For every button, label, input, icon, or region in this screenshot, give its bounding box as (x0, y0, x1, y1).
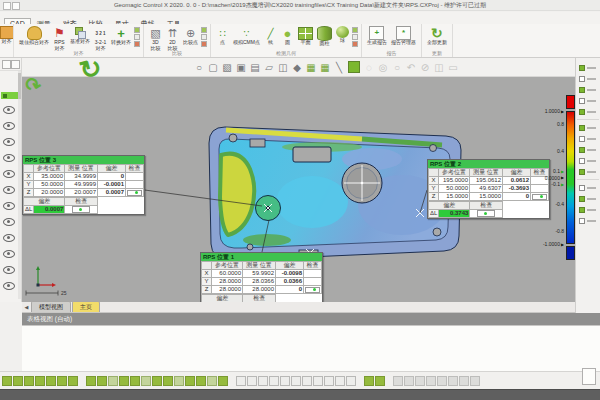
mini-icon[interactable] (352, 27, 358, 33)
bottom-toolbar-icon[interactable] (291, 376, 301, 386)
bottom-toolbar-icon[interactable] (108, 376, 118, 386)
ribbon-button[interactable]: ∵模拟CMM点 (231, 26, 262, 46)
checkbox-icon[interactable] (579, 158, 585, 164)
checkbox-icon[interactable] (579, 98, 585, 104)
ribbon-button-clipped[interactable]: 对齐 (0, 24, 14, 57)
checkbox-icon[interactable] (579, 147, 585, 153)
tree-item[interactable] (0, 102, 18, 118)
zoom-view-icon[interactable]: ○ (390, 60, 404, 75)
checkbox-icon[interactable] (579, 218, 585, 224)
eye-icon[interactable] (3, 250, 15, 258)
bottom-toolbar-icon[interactable] (393, 376, 403, 386)
mini-icon[interactable] (134, 34, 140, 40)
bottom-toolbar-icon[interactable] (86, 376, 96, 386)
tree-item[interactable] (0, 246, 18, 262)
tree-selected-item[interactable] (1, 92, 19, 99)
viewport-canvas[interactable]: 25 RPS 位置 3参考位置测量 位置偏差检查X35.000034.99990… (22, 77, 575, 302)
ribbon-button[interactable]: ⇈2D比较 (164, 26, 181, 51)
bottom-toolbar-icon[interactable] (35, 376, 45, 386)
select-box-icon[interactable]: ▢ (206, 60, 220, 75)
snapshot-icon[interactable]: ▣ (234, 60, 248, 75)
quick-access-icon[interactable] (12, 2, 20, 10)
mini-icon[interactable] (134, 41, 140, 47)
checkbox-icon[interactable] (579, 109, 585, 115)
color-swatch-icon[interactable] (348, 61, 360, 73)
viewport-layout-icon[interactable]: ▭ (446, 60, 460, 75)
checkbox-icon[interactable] (579, 185, 585, 191)
tree-item[interactable] (0, 118, 18, 134)
bottom-toolbar-icon[interactable] (470, 376, 480, 386)
bottom-toolbar-icon[interactable] (280, 376, 290, 386)
tree-item[interactable] (0, 198, 18, 214)
bottom-toolbar-icon[interactable] (269, 376, 279, 386)
bottom-toolbar-icon[interactable] (185, 376, 195, 386)
bottom-toolbar-icon[interactable] (97, 376, 107, 386)
eye-icon[interactable] (3, 186, 15, 194)
mini-icon[interactable] (201, 41, 207, 47)
ribbon-button[interactable]: +转换对齐 (109, 26, 133, 46)
checkbox-icon[interactable] (579, 76, 585, 82)
eye-icon[interactable] (3, 106, 15, 114)
checkbox-icon[interactable] (579, 196, 585, 202)
rps-table[interactable]: RPS 位置 2参考位置测量 位置偏差检查X195.0000195.06120.… (427, 159, 550, 219)
bottom-toolbar-icon[interactable] (24, 376, 34, 386)
view-cube-icon[interactable]: ▧ (220, 60, 234, 75)
hide-view-icon[interactable]: ⊘ (418, 60, 432, 75)
ribbon-button[interactable]: ⚑RPS对齐 (51, 26, 68, 51)
bottom-toolbar-icon[interactable] (426, 376, 436, 386)
collapse-panel-button[interactable] (2, 60, 11, 69)
bottom-toolbar-icon[interactable] (324, 376, 334, 386)
print-icon[interactable]: ▤ (248, 60, 262, 75)
tree-item[interactable] (0, 182, 18, 198)
bottom-toolbar-icon[interactable] (46, 376, 56, 386)
right-panel-item[interactable] (576, 73, 600, 84)
grid-table-icon[interactable]: ▦ (304, 60, 318, 75)
right-panel-item[interactable] (576, 144, 600, 155)
right-panel-item[interactable] (576, 106, 600, 117)
right-panel-item[interactable] (576, 204, 600, 215)
right-panel-item[interactable] (576, 155, 600, 166)
bottom-toolbar-icon[interactable] (163, 376, 173, 386)
right-panel-item[interactable] (576, 193, 600, 204)
ribbon-button[interactable]: *报告管理器 (389, 26, 418, 46)
right-panel-item[interactable] (576, 122, 600, 133)
tree-item[interactable] (0, 262, 18, 278)
bottom-toolbar-icon[interactable] (448, 376, 458, 386)
right-panel-item[interactable] (576, 215, 600, 226)
right-panel-item[interactable] (576, 95, 600, 106)
right-panel-item[interactable] (576, 166, 600, 177)
measure-line-icon[interactable]: ╲ (332, 60, 346, 75)
eye-icon[interactable] (3, 154, 15, 162)
bottom-toolbar-icon[interactable] (313, 376, 323, 386)
eye-icon[interactable] (3, 138, 15, 146)
bottom-toolbar-icon[interactable] (437, 376, 447, 386)
eye-icon[interactable] (3, 202, 15, 210)
back-arrow-button[interactable]: ◀ (22, 302, 31, 312)
ribbon-button[interactable]: +生成报告 (365, 26, 389, 46)
mini-icon[interactable] (352, 41, 358, 47)
rps-table[interactable]: RPS 位置 3参考位置测量 位置偏差检查X35.000034.99990Y50… (22, 155, 145, 215)
ribbon-button[interactable]: ⊕比较点 (181, 26, 200, 46)
grid-table-alt-icon[interactable]: ▦ (318, 60, 332, 75)
pan-view-icon[interactable]: ◎ (376, 60, 390, 75)
tree-item[interactable] (0, 134, 18, 150)
bottom-toolbar-icon[interactable] (141, 376, 151, 386)
tree-item[interactable] (0, 166, 18, 182)
ribbon-button[interactable]: ╱线 (262, 26, 279, 46)
right-panel-item[interactable] (576, 62, 600, 73)
mini-icon[interactable] (352, 34, 358, 40)
bottom-toolbar-icon[interactable] (459, 376, 469, 386)
bottom-toolbar-icon[interactable] (152, 376, 162, 386)
bottom-toolbar-icon[interactable] (415, 376, 425, 386)
bottom-toolbar-icon[interactable] (57, 376, 67, 386)
eye-icon[interactable] (3, 170, 15, 178)
mini-icon[interactable] (201, 27, 207, 33)
bottom-toolbar-icon[interactable] (404, 376, 414, 386)
bottom-toolbar-icon[interactable] (346, 376, 356, 386)
bottom-toolbar-icon[interactable] (207, 376, 217, 386)
tab-model-view[interactable]: 模型视图 (31, 301, 71, 312)
bottom-toolbar-icon[interactable] (130, 376, 140, 386)
ribbon-button[interactable]: ∷点 (214, 26, 231, 46)
bottom-toolbar-icon[interactable] (68, 376, 78, 386)
table-view-header[interactable]: 表格视图 (自动) (22, 313, 600, 325)
